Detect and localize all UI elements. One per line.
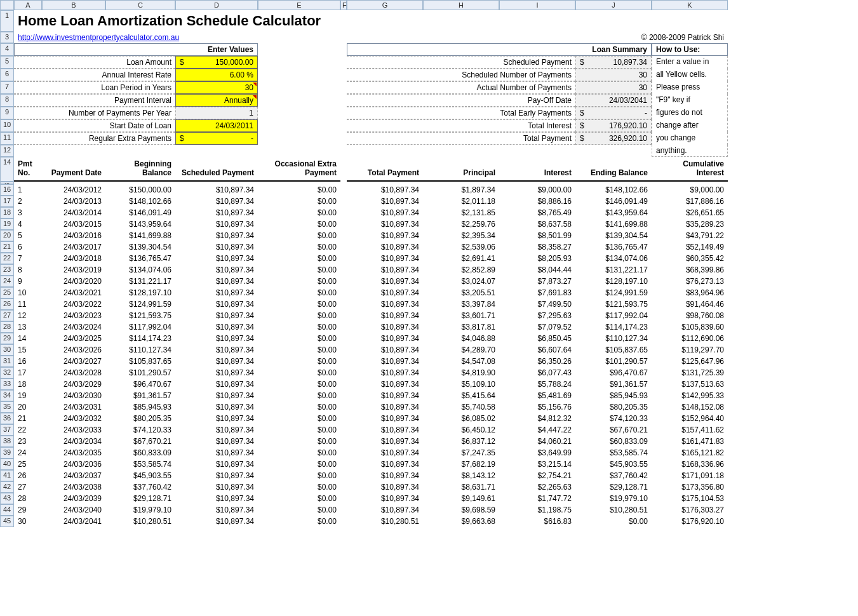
row-head-11[interactable]: 11 xyxy=(0,132,14,145)
row-head-7[interactable]: 7 xyxy=(0,81,14,94)
cell[interactable]: $136,765.47 xyxy=(105,253,175,264)
cell[interactable]: $175,104.53 xyxy=(652,493,728,504)
cell[interactable]: $68,399.86 xyxy=(652,264,728,276)
cell[interactable]: $83,964.96 xyxy=(652,287,728,298)
cell[interactable]: $171,091.18 xyxy=(652,470,728,481)
cell[interactable]: $60,833.09 xyxy=(105,447,175,459)
cell[interactable]: $2,395.34 xyxy=(423,230,499,241)
cell[interactable]: 30 xyxy=(14,516,42,527)
cell[interactable]: $10,897.34 xyxy=(347,253,423,264)
cell[interactable]: $105,839.60 xyxy=(652,321,728,333)
cell[interactable]: 24/03/2021 xyxy=(42,287,105,298)
cell[interactable]: $0.00 xyxy=(258,321,340,333)
cell[interactable]: $134,074.06 xyxy=(105,264,175,276)
cell[interactable]: $9,663.68 xyxy=(423,516,499,527)
cell[interactable]: $3,024.07 xyxy=(423,276,499,287)
cell[interactable]: 24/03/2039 xyxy=(42,493,105,504)
col-head-G[interactable]: G xyxy=(347,0,423,10)
cell[interactable]: 13 xyxy=(14,321,42,333)
cell[interactable]: 7 xyxy=(14,253,42,264)
cell[interactable]: $85,945.93 xyxy=(105,401,175,413)
cell[interactable]: $2,259.76 xyxy=(423,218,499,230)
row-head-38[interactable]: 38 xyxy=(0,436,14,447)
cell[interactable]: $168,336.96 xyxy=(652,459,728,470)
row-head-39[interactable]: 39 xyxy=(0,447,14,459)
cell[interactable]: $6,085.02 xyxy=(423,413,499,424)
cell[interactable]: $0.00 xyxy=(258,298,340,310)
cell[interactable]: 24/03/2019 xyxy=(42,264,105,276)
cell[interactable]: $165,121.82 xyxy=(652,447,728,459)
cell[interactable]: $45,903.55 xyxy=(105,470,175,481)
cell[interactable]: $43,791.22 xyxy=(652,230,728,241)
cell[interactable]: $105,837.65 xyxy=(105,356,175,367)
cell[interactable]: 24/03/2033 xyxy=(42,424,105,436)
cell[interactable]: $10,897.34 xyxy=(175,390,258,401)
extra-pay-val[interactable]: $- xyxy=(175,132,258,145)
cell[interactable]: $60,833.09 xyxy=(575,436,652,447)
cell[interactable]: $29,128.71 xyxy=(575,481,652,493)
cell[interactable]: 24/03/2029 xyxy=(42,378,105,390)
cell[interactable]: $2,691.41 xyxy=(423,253,499,264)
row-head-10[interactable]: 10 xyxy=(0,119,14,132)
cell[interactable]: 24/03/2014 xyxy=(42,207,105,218)
row-head-40[interactable]: 40 xyxy=(0,459,14,470)
row-head-8[interactable]: 8 xyxy=(0,94,14,107)
cell[interactable]: 24/03/2016 xyxy=(42,230,105,241)
cell[interactable]: $119,297.70 xyxy=(652,344,728,356)
cell[interactable]: $10,897.34 xyxy=(347,401,423,413)
loan-period-val[interactable]: 30 xyxy=(175,81,258,94)
cell[interactable]: 17 xyxy=(14,367,42,378)
row-head-3[interactable]: 3 xyxy=(0,32,14,43)
cell[interactable]: 18 xyxy=(14,378,42,390)
cell[interactable]: $91,361.57 xyxy=(105,390,175,401)
cell[interactable]: $10,897.34 xyxy=(347,321,423,333)
cell[interactable]: $53,585.74 xyxy=(105,459,175,470)
cell[interactable]: $0.00 xyxy=(258,413,340,424)
cell[interactable]: $5,740.58 xyxy=(423,401,499,413)
cell[interactable]: $0.00 xyxy=(258,276,340,287)
cell[interactable]: 24/03/2024 xyxy=(42,321,105,333)
cell[interactable]: $10,897.34 xyxy=(347,264,423,276)
cell[interactable]: $112,690.06 xyxy=(652,333,728,344)
cell[interactable]: $10,897.34 xyxy=(175,401,258,413)
cell[interactable]: 24/03/2028 xyxy=(42,367,105,378)
cell[interactable]: 24/03/2027 xyxy=(42,356,105,367)
cell[interactable]: $10,897.34 xyxy=(175,481,258,493)
cell[interactable]: $8,637.58 xyxy=(499,218,575,230)
cell[interactable]: $9,149.61 xyxy=(423,493,499,504)
cell[interactable]: $117,992.04 xyxy=(575,310,652,321)
cell[interactable]: $0.00 xyxy=(258,230,340,241)
cell[interactable]: $141,699.88 xyxy=(105,230,175,241)
loan-amount-val[interactable]: $150,000.00 xyxy=(175,56,258,69)
row-head-22[interactable]: 22 xyxy=(0,253,14,264)
cell[interactable]: 23 xyxy=(14,436,42,447)
cell[interactable]: $3,649.99 xyxy=(499,447,575,459)
cell[interactable]: $60,355.42 xyxy=(652,253,728,264)
cell[interactable]: $139,304.54 xyxy=(575,230,652,241)
cell[interactable]: $0.00 xyxy=(258,447,340,459)
col-head-C[interactable]: C xyxy=(105,0,175,10)
cell[interactable]: $10,897.34 xyxy=(347,390,423,401)
row-head-31[interactable]: 31 xyxy=(0,356,14,367)
cell[interactable]: $74,120.33 xyxy=(575,413,652,424)
cell[interactable]: $8,765.49 xyxy=(499,207,575,218)
cell[interactable]: 14 xyxy=(14,333,42,344)
cell[interactable]: $52,149.49 xyxy=(652,241,728,253)
cell[interactable]: $10,897.34 xyxy=(175,230,258,241)
cell[interactable]: $10,897.34 xyxy=(175,196,258,207)
cell[interactable]: 28 xyxy=(14,493,42,504)
cell[interactable]: $136,765.47 xyxy=(575,241,652,253)
row-head-12[interactable]: 12 xyxy=(0,145,14,157)
cell[interactable]: $67,670.21 xyxy=(575,424,652,436)
cell[interactable]: $0.00 xyxy=(258,367,340,378)
cell[interactable]: $3,397.84 xyxy=(423,298,499,310)
cell[interactable]: $37,760.42 xyxy=(575,470,652,481)
cell[interactable]: 24/03/2037 xyxy=(42,470,105,481)
cell[interactable]: $173,356.80 xyxy=(652,481,728,493)
cell[interactable]: $1,897.34 xyxy=(423,184,499,196)
cell[interactable]: $3,601.71 xyxy=(423,310,499,321)
cell[interactable]: $139,304.54 xyxy=(105,241,175,253)
row-head-44[interactable]: 44 xyxy=(0,504,14,516)
cell[interactable]: $0.00 xyxy=(258,493,340,504)
cell[interactable]: $10,897.34 xyxy=(347,196,423,207)
